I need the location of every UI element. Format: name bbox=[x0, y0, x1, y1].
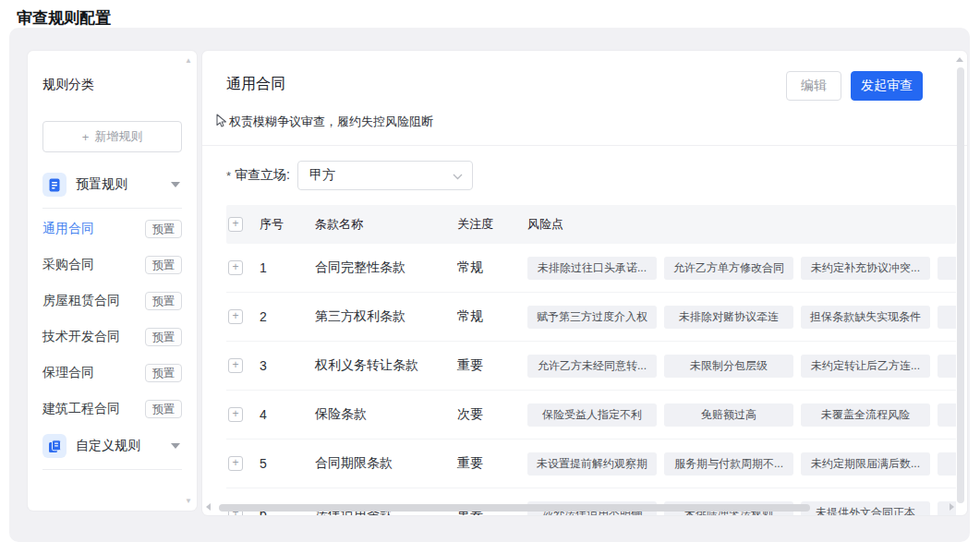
clause-name: 合同完整性条款 bbox=[315, 259, 457, 276]
rule-subtitle: 权责模糊争议审查，履约失控风险阻断 bbox=[229, 114, 433, 130]
table-row: 2 第三方权利条款 常规 赋予第三方过度介入权 未排除对赌协议牵连 担保条款缺失… bbox=[226, 293, 956, 342]
expand-row-button[interactable] bbox=[228, 260, 243, 275]
risk-tag: 未限制 bbox=[938, 306, 956, 329]
horizontal-scrollbar[interactable] bbox=[219, 504, 810, 512]
risk-clause-table: 序号 条款名称 关注度 风险点 1 合同完整性条款 常规 未排除过往口头承诺..… bbox=[226, 205, 956, 515]
risk-tag: 允许乙方单方修改合同 bbox=[664, 257, 793, 280]
chevron-down-icon bbox=[171, 443, 180, 449]
sidebar-item-tech-development-contract[interactable]: 技术开发合同 预置 bbox=[42, 319, 182, 355]
plus-icon: + bbox=[82, 130, 90, 144]
sidebar-scroll-up-icon[interactable]: ▲ bbox=[185, 56, 192, 65]
risk-tag: 未排除对赌协议牵连 bbox=[664, 306, 793, 329]
preset-badge: 预置 bbox=[145, 256, 182, 274]
risk-tag: 未排除过往口头承诺... bbox=[527, 257, 657, 280]
expand-row-button[interactable] bbox=[228, 456, 243, 471]
table-header-row: 序号 条款名称 关注度 风险点 bbox=[226, 205, 956, 244]
risk-tag: 未覆盖全流程风险 bbox=[801, 403, 930, 427]
clause-name: 权利义务转让条款 bbox=[315, 357, 457, 374]
col-index: 序号 bbox=[260, 216, 315, 233]
risk-tag: 赋予第三方过度介入权 bbox=[527, 306, 657, 329]
rule-category-panel: ▲ 规则分类 + 新增规则 预置规则 通用合同 预置 采购合同 预置 房屋租赁合… bbox=[28, 51, 197, 511]
chevron-down-icon bbox=[171, 182, 180, 187]
risk-tag: 允许乙方未经同意转... bbox=[527, 355, 657, 378]
risk-tags: 保险受益人指定不利 免赔额过高 未覆盖全流程风险 未约定 bbox=[527, 403, 956, 427]
table-row: 3 权利义务转让条款 重要 允许乙方未经同意转... 未限制分包层级 未约定转让… bbox=[226, 342, 956, 391]
risk-tag: 保险受益人指定不利 bbox=[527, 403, 657, 427]
page-title: 审查规则配置 bbox=[17, 7, 111, 29]
risk-tag: 服务期与付款周期不... bbox=[664, 452, 793, 476]
risk-tags: 允许乙方未经同意转... 未限制分包层级 未约定转让后乙方连... 未设置 bbox=[527, 355, 956, 378]
vertical-scrollbar[interactable] bbox=[957, 67, 964, 503]
preset-rules-label: 预置规则 bbox=[76, 176, 127, 193]
row-index: 5 bbox=[260, 456, 315, 471]
expand-row-button[interactable] bbox=[228, 407, 243, 422]
divider bbox=[42, 469, 182, 470]
preset-rules-group[interactable]: 预置规则 bbox=[42, 171, 182, 199]
risk-tag: 未约定 bbox=[938, 403, 956, 427]
sidebar-item-construction-contract[interactable]: 建筑工程合同 预置 bbox=[42, 391, 182, 427]
risk-tag: 免赔额过高 bbox=[664, 403, 793, 427]
rule-list: 通用合同 预置 采购合同 预置 房屋租赁合同 预置 技术开发合同 预置 保理合同… bbox=[42, 211, 182, 427]
required-mark: * bbox=[226, 169, 231, 183]
preset-badge: 预置 bbox=[145, 328, 182, 346]
risk-tags: 赋予第三方过度介入权 未排除对赌协议牵连 担保条款缺失实现条件 未限制 bbox=[527, 306, 956, 329]
risk-tag: 未限制分包层级 bbox=[664, 355, 793, 378]
preset-badge: 预置 bbox=[145, 292, 182, 310]
document-icon bbox=[42, 173, 67, 197]
attention-level: 常规 bbox=[457, 259, 527, 276]
row-index: 2 bbox=[260, 309, 315, 324]
scrollbar-right-icon[interactable] bbox=[950, 503, 954, 511]
col-attention: 关注度 bbox=[457, 216, 527, 233]
expand-row-button[interactable] bbox=[228, 358, 243, 373]
risk-tag: 未设置 bbox=[938, 257, 956, 280]
mouse-cursor-icon bbox=[215, 114, 227, 128]
col-risk: 风险点 bbox=[527, 216, 956, 233]
table-row: 5 合同期限条款 重要 未设置提前解约观察期 服务期与付款周期不... 未约定期… bbox=[226, 440, 956, 488]
sidebar-item-factoring-contract[interactable]: 保理合同 预置 bbox=[42, 355, 182, 391]
risk-tag: 未设置提前解约观察期 bbox=[527, 452, 657, 476]
review-stance-value: 甲方 bbox=[309, 167, 335, 184]
rule-title: 通用合同 bbox=[226, 71, 285, 94]
risk-tags: 未排除过往口头承诺... 允许乙方单方修改合同 未约定补充协议冲突... 未设置 bbox=[527, 257, 956, 280]
custom-rules-group[interactable]: 自定义规则 bbox=[42, 432, 182, 460]
table-row: 4 保险条款 次要 保险受益人指定不利 免赔额过高 未覆盖全流程风险 未约定 bbox=[226, 391, 956, 440]
attention-level: 次要 bbox=[457, 406, 527, 423]
add-rule-label: 新增规则 bbox=[94, 128, 142, 145]
risk-tags: 未设置提前解约观察期 服务期与付款周期不... 未约定期限届满后数... 自动续 bbox=[527, 452, 956, 476]
start-review-button[interactable]: 发起审查 bbox=[851, 71, 923, 101]
divider bbox=[42, 208, 182, 209]
scrollbar-left-icon[interactable] bbox=[206, 503, 211, 511]
attention-level: 重要 bbox=[457, 455, 527, 472]
scrollbar-up-icon[interactable] bbox=[956, 57, 963, 62]
expand-all-button[interactable] bbox=[228, 217, 243, 232]
sidebar-title: 规则分类 bbox=[42, 77, 182, 93]
row-index: 1 bbox=[260, 260, 315, 275]
review-stance-label: 审查立场: bbox=[235, 167, 290, 184]
rule-detail-panel: 通用合同 编辑 发起审查 权责模糊争议审查，履约失控风险阻断 * 审查立场: 甲… bbox=[202, 51, 967, 515]
clause-name: 第三方权利条款 bbox=[315, 308, 457, 325]
clipboard-icon bbox=[42, 434, 67, 458]
risk-tag: 担保条款缺失实现条件 bbox=[801, 306, 930, 329]
risk-tag: 未约定转让后乙方连... bbox=[801, 355, 930, 378]
row-index: 3 bbox=[260, 358, 315, 373]
custom-rules-label: 自定义规则 bbox=[76, 438, 140, 454]
risk-tag: 未约定期限届满后数... bbox=[801, 452, 930, 476]
expand-row-button[interactable] bbox=[228, 309, 243, 324]
horizontal-scrollbar-track[interactable] bbox=[206, 503, 954, 512]
preset-badge: 预置 bbox=[145, 400, 182, 418]
sidebar-item-general-contract[interactable]: 通用合同 预置 bbox=[42, 211, 182, 247]
clause-name: 合同期限条款 bbox=[315, 455, 457, 472]
preset-badge: 预置 bbox=[145, 220, 182, 238]
chevron-down-icon bbox=[453, 167, 463, 184]
sidebar-item-procurement-contract[interactable]: 采购合同 预置 bbox=[42, 247, 182, 283]
review-stance-select[interactable]: 甲方 bbox=[297, 161, 473, 190]
edit-button[interactable]: 编辑 bbox=[786, 71, 841, 101]
add-rule-button[interactable]: + 新增规则 bbox=[42, 121, 182, 152]
sidebar-scroll-down-icon[interactable]: ▼ bbox=[185, 497, 192, 505]
sidebar-item-housing-lease-contract[interactable]: 房屋租赁合同 预置 bbox=[42, 283, 182, 319]
row-index: 4 bbox=[260, 407, 315, 422]
preset-badge: 预置 bbox=[145, 364, 182, 382]
risk-tag: 未设置 bbox=[938, 355, 956, 378]
attention-level: 重要 bbox=[457, 357, 527, 374]
clause-name: 保险条款 bbox=[315, 406, 457, 423]
